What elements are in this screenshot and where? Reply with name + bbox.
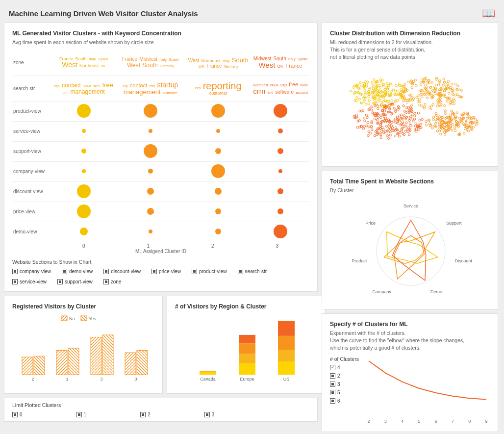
svg-point-652: [405, 125, 407, 127]
svg-point-11: [277, 148, 283, 154]
bubble-table[interactable]: zoneFrance South Italy Spain West Northe…: [12, 50, 309, 242]
checkbox-price-view[interactable]: price-view: [151, 269, 181, 274]
checkbox-2[interactable]: 2: [330, 373, 359, 379]
svg-point-233: [360, 85, 362, 87]
checkbox-discount-view[interactable]: discount-view: [103, 269, 141, 274]
checkbox-company-view[interactable]: company-view: [12, 269, 51, 274]
checkbox-0[interactable]: 0: [12, 412, 23, 417]
svg-text:Support: Support: [446, 221, 462, 226]
svg-point-2: [211, 104, 225, 118]
checkbox-5[interactable]: 5: [330, 390, 359, 395]
checkbox-demo-view[interactable]: demo-view: [62, 269, 93, 274]
svg-point-750: [376, 119, 378, 121]
registered-chart[interactable]: NoYes2130: [12, 312, 154, 385]
svg-rect-55: [278, 321, 295, 336]
bubble-subtitle: Avg time spent in each section of websit…: [12, 39, 309, 46]
svg-rect-33: [34, 356, 45, 375]
radar-chart[interactable]: ServiceSupportDiscountDemoCompanyProduct…: [330, 198, 492, 301]
limit-panel: Limit Plotted Clusters 0123: [4, 398, 318, 422]
svg-point-279: [443, 77, 445, 79]
region-panel: # of Visitors by Region & Cluster Canada…: [167, 296, 326, 394]
checkbox-2[interactable]: 2: [140, 412, 151, 417]
guide-icon[interactable]: 📖: [482, 7, 495, 20]
svg-point-207: [364, 80, 366, 82]
svg-point-367: [404, 83, 406, 85]
svg-point-391: [411, 86, 413, 88]
svg-point-519: [425, 124, 427, 126]
checkbox-4[interactable]: ✓4: [330, 365, 359, 370]
svg-point-202: [378, 84, 380, 86]
svg-point-361: [431, 89, 433, 91]
checkbox-1[interactable]: 1: [76, 412, 87, 417]
svg-point-610: [389, 134, 391, 136]
svg-rect-39: [102, 335, 113, 375]
scatter-chart[interactable]: [330, 65, 492, 158]
elbow-filter-title: # of Clusters: [330, 356, 359, 362]
region-chart[interactable]: CanadaEuropeUS: [175, 312, 317, 385]
svg-text:9: 9: [485, 419, 488, 424]
registered-panel: Registered Visitors by Cluster NoYes2130: [4, 296, 163, 394]
svg-point-592: [385, 125, 387, 127]
svg-point-211: [373, 78, 375, 80]
svg-point-540: [463, 132, 465, 134]
bubble-xaxis-label: ML Assigend Cluster ID: [12, 249, 309, 254]
svg-text:No: No: [69, 316, 75, 321]
svg-point-313: [436, 104, 438, 106]
svg-point-695: [356, 126, 358, 128]
svg-text:Product: Product: [352, 258, 367, 263]
checkbox-3[interactable]: 3: [330, 382, 359, 387]
checkbox-product-view[interactable]: product-view: [192, 269, 227, 274]
svg-point-26: [215, 229, 221, 234]
svg-point-782: [396, 116, 398, 118]
elbow-chart[interactable]: 23456789: [364, 356, 490, 425]
svg-rect-42: [137, 350, 148, 375]
svg-rect-53: [278, 350, 295, 361]
svg-point-346: [430, 108, 432, 110]
svg-point-292: [420, 81, 422, 83]
svg-point-655: [377, 107, 379, 109]
svg-point-453: [474, 118, 476, 120]
svg-point-247: [431, 81, 433, 83]
svg-point-99: [356, 96, 358, 98]
svg-point-6: [216, 129, 220, 133]
svg-point-332: [421, 105, 423, 107]
checkbox-3[interactable]: 3: [204, 412, 215, 417]
svg-point-679: [389, 130, 391, 132]
svg-text:6: 6: [435, 419, 437, 424]
svg-point-562: [434, 123, 436, 125]
svg-point-296: [447, 80, 449, 82]
svg-text:3: 3: [384, 419, 387, 424]
svg-point-287: [436, 77, 438, 79]
svg-point-622: [405, 122, 407, 124]
svg-point-288: [458, 89, 460, 91]
checkbox-search-str[interactable]: search-str: [238, 269, 267, 274]
svg-point-699: [368, 126, 370, 128]
svg-point-252: [451, 83, 453, 85]
svg-point-526: [464, 128, 466, 129]
svg-point-791: [371, 128, 373, 130]
svg-point-769: [412, 120, 414, 122]
svg-point-779: [397, 108, 399, 110]
svg-point-328: [428, 86, 429, 88]
svg-point-778: [380, 104, 382, 106]
svg-point-743: [417, 112, 419, 114]
svg-point-330: [447, 82, 449, 84]
checkbox-support-view[interactable]: support-view: [57, 279, 93, 284]
checkbox-6[interactable]: 6: [330, 398, 359, 404]
svg-point-356: [415, 84, 417, 86]
svg-point-760: [390, 125, 392, 127]
svg-text:Europe: Europe: [240, 377, 254, 382]
checkbox-service-view[interactable]: service-view: [12, 279, 47, 284]
svg-point-654: [374, 118, 376, 120]
registered-title: Registered Visitors by Cluster: [12, 303, 154, 310]
svg-point-721: [421, 118, 423, 120]
svg-rect-35: [56, 350, 67, 375]
svg-point-160: [391, 100, 393, 102]
svg-text:5: 5: [418, 419, 421, 424]
svg-point-580: [371, 105, 373, 107]
svg-point-227: [358, 98, 360, 100]
svg-point-376: [425, 84, 427, 86]
svg-point-517: [472, 126, 474, 128]
checkbox-zone[interactable]: zone: [103, 279, 122, 284]
svg-point-532: [440, 133, 442, 135]
